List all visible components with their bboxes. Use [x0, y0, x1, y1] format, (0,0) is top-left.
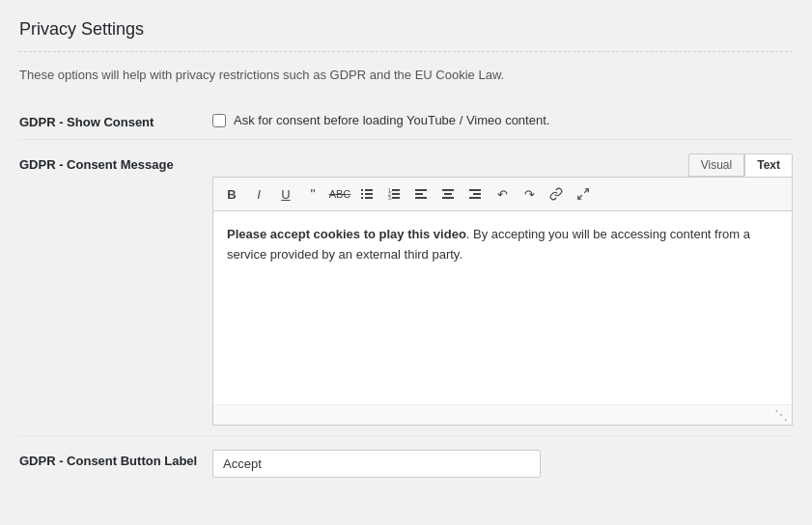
svg-rect-19 [473, 193, 481, 195]
gdpr-consent-checkbox-row: Ask for consent before loading YouTube /… [212, 111, 793, 127]
editor-toolbar: B I U " ABC [213, 178, 792, 211]
gdpr-consent-control: Ask for consent before loading YouTube /… [212, 111, 793, 127]
resize-dots-icon: ⋱ [774, 407, 788, 423]
svg-rect-0 [361, 189, 363, 191]
bold-button[interactable]: B [219, 181, 244, 207]
svg-text:3.: 3. [388, 195, 392, 201]
gdpr-button-label-row: GDPR - Consent Button Label [19, 440, 793, 487]
gdpr-button-input[interactable] [212, 450, 541, 478]
align-center-button[interactable] [435, 181, 461, 207]
svg-rect-13 [415, 193, 423, 195]
svg-rect-2 [361, 193, 363, 195]
gdpr-consent-checkbox-label: Ask for consent before loading YouTube /… [234, 113, 549, 127]
svg-line-22 [578, 195, 582, 199]
svg-rect-20 [469, 197, 481, 199]
link-button[interactable] [544, 181, 569, 207]
gdpr-show-consent-row: GDPR - Show Consent Ask for consent befo… [19, 101, 793, 140]
fullscreen-button[interactable] [571, 181, 596, 207]
gdpr-consent-checkbox[interactable] [212, 114, 226, 127]
gdpr-consent-message-row: GDPR - Consent Message Visual Text B I U… [19, 144, 793, 436]
editor-bold-text: Please accept cookies to play this video [227, 227, 466, 241]
gdpr-message-label: GDPR - Consent Message [19, 153, 212, 172]
blockquote-button[interactable]: " [300, 181, 325, 207]
editor-content-area[interactable]: Please accept cookies to play this video… [213, 211, 792, 404]
redo-button[interactable]: ↷ [517, 181, 542, 207]
description-text: These options will help with privacy res… [19, 68, 793, 82]
ordered-list-button[interactable]: 1. 2. 3. [381, 181, 406, 207]
svg-rect-1 [365, 189, 373, 191]
settings-container: Privacy Settings These options will help… [19, 19, 793, 487]
svg-rect-11 [392, 197, 400, 199]
gdpr-button-control [212, 450, 793, 478]
page-title: Privacy Settings [19, 19, 793, 52]
svg-line-21 [584, 189, 588, 193]
svg-rect-12 [415, 189, 427, 191]
svg-rect-5 [365, 197, 373, 199]
richtext-editor: B I U " ABC [212, 177, 793, 426]
svg-rect-9 [392, 193, 400, 195]
italic-button[interactable]: I [246, 181, 271, 207]
svg-rect-15 [442, 189, 454, 191]
svg-rect-16 [444, 193, 452, 195]
unordered-list-button[interactable] [354, 181, 379, 207]
undo-button[interactable]: ↶ [490, 181, 515, 207]
gdpr-consent-label: GDPR - Show Consent [19, 111, 212, 129]
svg-rect-14 [415, 197, 427, 199]
svg-rect-7 [392, 189, 400, 191]
tab-text[interactable]: Text [744, 153, 793, 177]
editor-tabs: Visual Text [212, 153, 793, 177]
editor-resize-handle: ⋱ [213, 404, 792, 425]
svg-rect-17 [442, 197, 454, 199]
strikethrough-button[interactable]: ABC [327, 181, 352, 207]
svg-rect-3 [365, 193, 373, 195]
svg-rect-18 [469, 189, 481, 191]
align-right-button[interactable] [462, 181, 488, 207]
svg-rect-4 [361, 197, 363, 199]
align-left-button[interactable] [408, 181, 434, 207]
gdpr-message-control: Visual Text B I U " ABC [212, 153, 793, 426]
underline-button[interactable]: U [273, 181, 298, 207]
gdpr-button-label: GDPR - Consent Button Label [19, 450, 212, 468]
tab-visual[interactable]: Visual [688, 153, 744, 177]
